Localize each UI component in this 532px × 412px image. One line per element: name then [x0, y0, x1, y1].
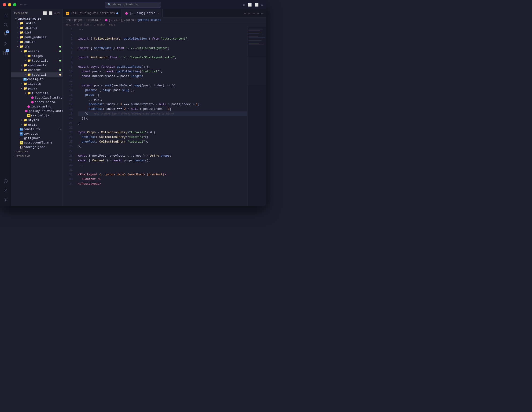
tab-astro-label: [...slug].astro [130, 12, 155, 15]
close-button[interactable] [3, 3, 6, 6]
section-timeline[interactable]: › TIMELINE [11, 154, 63, 159]
activity-source-control[interactable]: 9 [1, 30, 10, 38]
tree-item-index-astro-tutorials[interactable]: › index.astro [11, 100, 63, 104]
breadcrumb-file[interactable]: [...slug].astro [109, 19, 134, 22]
navigate-forward-icon[interactable]: → [252, 11, 256, 16]
tree-item-github-folder[interactable]: › 📁 .github [11, 26, 63, 30]
tree-item-content[interactable]: ▼ 📁 content [11, 68, 63, 72]
tab-astro[interactable]: [...slug].astro ✕ [122, 9, 162, 18]
tree-item-consts-ts[interactable]: › TS consts.ts M [11, 127, 63, 131]
breadcrumb-src[interactable]: src [66, 19, 71, 22]
svg-rect-18 [249, 29, 263, 29]
maximize-button[interactable] [13, 3, 16, 6]
panel-toggle-icon[interactable]: ⬜ [248, 3, 252, 7]
svg-rect-20 [249, 32, 262, 32]
minimize-button[interactable] [8, 3, 11, 6]
tree-item-utils[interactable]: › 📁 utils [11, 122, 63, 127]
code-line-20: })); [78, 116, 247, 121]
tree-item-package-json[interactable]: › {} package.json [11, 145, 63, 149]
titlebar-nav: ← → [20, 3, 27, 7]
refresh-icon[interactable]: ↺ [54, 11, 56, 15]
code-line-8 [78, 60, 247, 65]
tree-item-astro-config[interactable]: › JS astro.config.mjs [11, 140, 63, 145]
tree-item-styles[interactable]: › 📁 styles [11, 118, 63, 122]
layout-icon[interactable]: ⊞ [261, 3, 263, 7]
activity-search[interactable] [1, 21, 10, 29]
svg-point-16 [125, 12, 128, 15]
code-line-18: nextPost: index === 0 ? null : posts[ind… [78, 107, 247, 112]
more-actions-icon[interactable]: ⋯ [260, 11, 264, 16]
tree-item-components[interactable]: › 📁 components [11, 63, 63, 68]
tree-item-src[interactable]: ▼ 📁 src [11, 44, 63, 49]
tree-item-index-astro-pages[interactable]: › index.astro [11, 104, 63, 109]
tree-item-node-modules[interactable]: › 📁 node_modules [11, 35, 63, 39]
code-editor: 12345 678910 1112131415 1617181920 21222… [63, 27, 266, 206]
svg-rect-24 [249, 37, 265, 38]
split-editor-icon[interactable]: ⬜ [255, 3, 258, 7]
tree-item-assets[interactable]: ▼ 📁 assets [11, 49, 63, 54]
line-numbers: 12345 678910 1112131415 1617181920 21222… [63, 27, 75, 206]
activity-bar: 9 2 [0, 9, 11, 206]
code-content[interactable]: --- import { CollectionEntry, getCollect… [75, 27, 247, 206]
nav-forward-button[interactable]: → [24, 3, 27, 7]
breadcrumb-symbol[interactable]: getStaticPaths [137, 19, 161, 22]
tree-item-layouts[interactable]: › 📁 layouts [11, 82, 63, 86]
activity-extensions[interactable]: 2 [1, 49, 10, 57]
titlebar-search[interactable]: 🔍 vhnam.github.io [105, 2, 161, 8]
extensions-badge: 2 [6, 49, 9, 52]
collapse-all-icon[interactable]: ⊟ [57, 11, 60, 15]
tree-item-env-dts[interactable]: › TS env.d.ts [11, 131, 63, 136]
svg-rect-26 [249, 40, 262, 41]
tab-mdx[interactable]: M↓ lam-lai-blog-voi-astro.mdx [63, 9, 122, 17]
tree-item-config-ts[interactable]: › TS config.ts [11, 77, 63, 82]
tree-root[interactable]: ▼ VHNAM.GITHUB.IO [11, 17, 63, 21]
code-line-29: const { Content } = await props.render()… [78, 158, 247, 163]
tab-mdx-modified [116, 12, 118, 14]
tree-item-images[interactable]: › 📁 images [11, 54, 63, 58]
activity-run[interactable] [1, 39, 10, 48]
tree-item-pages[interactable]: ▼ 📁 pages [11, 86, 63, 91]
tree-item-tutorials-pages[interactable]: ▼ 📁 tutorials [11, 91, 63, 95]
activity-remote[interactable] [1, 177, 10, 185]
breadcrumb-sep-2: › [84, 19, 85, 22]
tree-item-rss-xml-js[interactable]: › JS rss.xml.js [11, 113, 63, 118]
tree-item-policy-astro[interactable]: › policy-privacy.astro [11, 109, 63, 113]
go-forward-tab-icon[interactable]: ↪ [247, 11, 251, 16]
open-changes-icon[interactable]: ⊕ [256, 11, 260, 16]
tree-item-dist-folder[interactable]: › 📁 dist [11, 30, 63, 35]
code-line-21: } [78, 121, 247, 125]
blame-bar: You, 3 days ago | 1 author (You) [63, 23, 266, 27]
tree-item-public[interactable]: › 📁 public [11, 39, 63, 44]
tree-item-astro-folder[interactable]: › 📁 .astro [11, 21, 63, 26]
breadcrumb-pages[interactable]: pages [74, 19, 83, 22]
code-line-24: nextPost: CollectionEntry<"tutorial">; [78, 135, 247, 140]
code-line-6 [78, 51, 247, 55]
tree-item-gitignore[interactable]: › ⬦ .gitignore [11, 136, 63, 140]
svg-point-15 [25, 110, 28, 112]
code-line-9: export async function getStaticPaths() { [78, 65, 247, 69]
svg-rect-7 [3, 53, 5, 55]
sidebar-toggle-icon[interactable]: ▣ [243, 3, 245, 7]
breadcrumb-tutorials[interactable]: tutorials [86, 19, 101, 22]
code-line-33: <Content /> [78, 177, 247, 182]
section-outline[interactable]: › OUTLINE [11, 149, 63, 154]
breadcrumb-file-icon [105, 19, 108, 22]
tree-item-tutorials-assets[interactable]: › 📁 tutorials [11, 58, 63, 63]
activity-account[interactable] [1, 186, 10, 195]
tab-close-astro[interactable]: ✕ [157, 11, 159, 15]
activity-explorer[interactable] [1, 11, 10, 20]
code-line-12 [78, 79, 247, 83]
svg-point-11 [5, 199, 6, 201]
go-back-tab-icon[interactable]: ↩ [243, 11, 247, 16]
new-file-icon[interactable]: ⬜ [43, 11, 47, 15]
code-line-2 [78, 32, 247, 37]
blame-text: You, 3 days ago | 1 author (You) [66, 23, 115, 26]
tree-item-tutorial[interactable]: › 📁 tutorial [11, 72, 63, 77]
minimap [247, 27, 266, 206]
code-line-14: params: { slug: post.slug }, [78, 88, 247, 93]
tree-item-slug-astro[interactable]: › [...slug].astro [11, 95, 63, 100]
activity-settings[interactable] [1, 196, 10, 204]
nav-back-button[interactable]: ← [20, 3, 22, 7]
code-line-30: --- [78, 163, 247, 168]
new-folder-icon[interactable]: ⬜ [48, 11, 53, 15]
